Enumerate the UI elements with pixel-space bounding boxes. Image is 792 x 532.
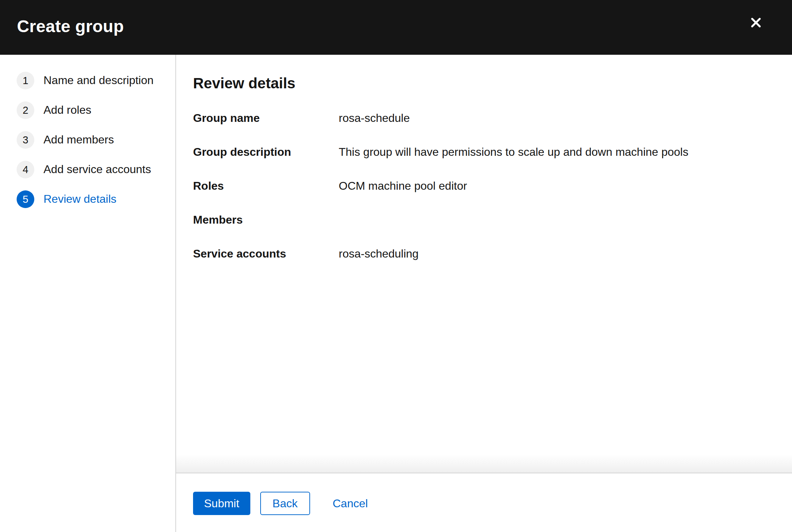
row-value: rosa-scheduling [339,248,419,259]
step-number-badge: 5 [17,190,34,208]
row-value: OCM machine pool editor [339,180,467,191]
step-number-badge: 3 [17,131,34,149]
step-label: Add service accounts [43,162,151,177]
step-label: Add members [43,132,114,147]
close-icon [749,16,763,29]
row-label: Members [193,214,339,225]
review-row-group-description: Group description This group will have p… [193,146,769,158]
step-number-badge: 1 [17,72,34,89]
review-row-group-name: Group name rosa-schedule [193,112,769,124]
row-label: Roles [193,180,339,191]
row-label: Group description [193,146,339,158]
row-value: rosa-schedule [339,112,410,124]
row-label: Service accounts [193,248,339,259]
review-heading: Review details [193,74,769,93]
wizard-step-add-roles[interactable]: 2 Add roles [17,101,175,119]
row-label: Group name [193,112,339,124]
wizard-step-review-details[interactable]: 5 Review details [17,190,175,208]
step-label: Review details [43,192,116,207]
step-number-badge: 4 [17,161,34,178]
close-button[interactable] [746,13,766,32]
review-row-members: Members [193,214,769,225]
wizard-footer: Submit Back Cancel [176,473,792,532]
wizard-step-name-and-description[interactable]: 1 Name and description [17,72,175,89]
step-label: Add roles [43,103,91,118]
modal-header: Create group [0,0,792,55]
step-label: Name and description [43,73,153,88]
wizard-step-add-members[interactable]: 3 Add members [17,131,175,149]
step-number-badge: 2 [17,101,34,119]
submit-button[interactable]: Submit [193,492,250,515]
back-button[interactable]: Back [260,492,310,515]
wizard-steps-nav: 1 Name and description 2 Add roles 3 Add… [0,55,176,532]
create-group-modal: Create group 1 Name and description 2 Ad… [0,0,792,532]
modal-body: 1 Name and description 2 Add roles 3 Add… [0,55,792,532]
wizard-main-column: Review details Group name rosa-schedule … [176,55,792,532]
review-row-service-accounts: Service accounts rosa-scheduling [193,248,769,259]
wizard-step-add-service-accounts[interactable]: 4 Add service accounts [17,161,175,178]
review-details-panel: Review details Group name rosa-schedule … [176,55,792,473]
cancel-button[interactable]: Cancel [333,492,368,515]
review-row-roles: Roles OCM machine pool editor [193,180,769,191]
modal-title: Create group [17,17,124,36]
review-rows: Group name rosa-schedule Group descripti… [193,112,769,259]
row-value: This group will have permissions to scal… [339,146,688,158]
